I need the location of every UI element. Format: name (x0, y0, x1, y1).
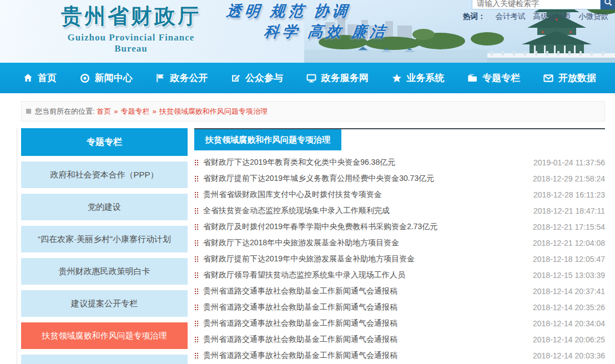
site-subtitle: Guizhou Provincial Finance Bureau (51, 32, 211, 54)
article-row: 全省扶贫资金动态监控系统现场集中录入工作顺利完成 2018-12-21 18:4… (194, 203, 605, 219)
nav-label: 政务公开 (170, 72, 208, 84)
article-row: 省财政厅提前下达2019年中央旅游发展基金补助地方项目资金 2018-12-18… (194, 251, 605, 267)
article-date: 2018-12-29 21:58:24 (533, 174, 605, 183)
breadcrumb-separator: » (152, 107, 156, 115)
nav-label: 业务系统 (407, 72, 445, 84)
nav-label: 开放数据 (558, 72, 596, 84)
article-date: 2018-12-21 17:15:54 (533, 223, 605, 231)
article-row: 省财政厅下达2018年中央旅游发展基金补助地方项目资金 2018-12-21 1… (194, 235, 605, 251)
home-icon (23, 73, 33, 83)
list-bullet-icon (195, 272, 198, 278)
article-link[interactable]: 省财政厅提前下达2019年城乡义务教育公用经费中央资金30.73亿元 (203, 174, 523, 184)
content-area: 专题专栏 政府和社会资本合作（PPP） 党的建设 “四在农家·美丽乡村”小康寨行… (21, 128, 605, 364)
article-link[interactable]: 全省扶贫资金动态监控系统现场集中录入工作顺利完成 (203, 206, 523, 216)
hotword-link-senior-accountant[interactable]: 高级会计师 (533, 12, 571, 21)
nav-item-home[interactable]: 首页 (23, 72, 57, 84)
breadcrumb-link-current[interactable]: 扶贫领域腐败和作风问题专项治理 (159, 107, 268, 117)
main-nav: 首页 新闻中心 政务公开 公众参与 政务服务网 业务系统 专题专栏 开放数据 (0, 63, 615, 93)
article-date: 2018-12-15 13:03:39 (533, 271, 605, 280)
sidebar: 专题专栏 政府和社会资本合作（PPP） 党的建设 “四在农家·美丽乡村”小康寨行… (21, 128, 188, 364)
article-link[interactable]: 省财政厅及时拨付2019年春季学期中央免费教科书采购资金2.73亿元 (203, 222, 523, 232)
search-input[interactable] (472, 0, 601, 9)
breadcrumb-separator: » (114, 107, 118, 115)
star-icon (392, 73, 402, 83)
article-date: 2018-12-21 12:04:08 (533, 239, 605, 247)
list-bullet-icon (195, 305, 198, 310)
news-icon (80, 73, 90, 83)
site-banner: 贵州省财政厅 Guizhou Provincial Finance Bureau… (0, 0, 615, 63)
article-link[interactable]: 省财政厅下达2018年中央旅游发展基金补助地方项目资金 (203, 238, 523, 248)
article-list: 省财政厅下达2019年教育类和文化类中央资金96.38亿元 2019-01-24… (194, 154, 605, 363)
article-date: 2018-12-28 16:11:23 (533, 190, 605, 199)
hotword-link-micro-loans[interactable]: 小微贷款 (578, 12, 608, 21)
list-bullet-icon (195, 240, 198, 246)
article-link[interactable]: 省财政厅领导看望扶贫动态监控系统集中录入现场工作人员 (203, 270, 523, 280)
sidebar-item-partial[interactable] (21, 355, 188, 364)
sidebar-item-beautiful-village[interactable]: “四在农家·美丽乡村”小康寨行动计划 (21, 226, 188, 252)
breadcrumb-prefix: 您当前所在的位置: (35, 107, 95, 117)
article-date: 2018-12-14 20:06:25 (533, 335, 605, 344)
sidebar-item-ppp[interactable]: 政府和社会资本合作（PPP） (21, 161, 188, 188)
article-row: 贵州省道路交通事故社会救助基金工作新闻通气会通报稿 2018-12-14 20:… (194, 299, 605, 315)
breadcrumb-link-home[interactable]: 首页 (97, 107, 111, 117)
monitor-icon (306, 73, 316, 83)
sidebar-item-proposals[interactable]: 建议提案公开专栏 (21, 290, 188, 317)
article-link[interactable]: 贵州省道路交通事故社会救助基金工作新闻通气会通报稿 (203, 335, 523, 345)
article-row: 贵州省道路交通事故社会救助基金工作新闻通气会通报稿 2018-12-14 20:… (194, 283, 605, 299)
nav-label: 公众参与 (245, 72, 283, 84)
list-bullet-icon (195, 256, 198, 262)
article-row: 省财政厅领导看望扶贫动态监控系统集中录入现场工作人员 2018-12-15 13… (194, 267, 605, 283)
article-link[interactable]: 贵州省道路交通事故社会救助基金工作新闻通气会通报稿 (203, 351, 523, 361)
list-bullet-icon (195, 160, 198, 165)
banner-slogan-1: 透明 规范 协调 (225, 1, 351, 21)
article-row: 省财政厅及时拨付2019年春季学期中央免费教科书采购资金2.73亿元 2018-… (194, 219, 605, 235)
nav-item-service-portal[interactable]: 政务服务网 (306, 72, 369, 84)
nav-item-business-systems[interactable]: 业务系统 (392, 72, 445, 84)
breadcrumb-link-special-topics[interactable]: 专题专栏 (120, 107, 149, 117)
article-link[interactable]: 贵州省省级财政国库支付中心及时拨付扶贫专项资金 (203, 190, 523, 200)
main-panel: 扶贫领域腐败和作风问题专项治理 省财政厅下达2019年教育类和文化类中央资金96… (194, 128, 605, 364)
sidebar-item-benefit-card[interactable]: 贵州财政惠民政策明白卡 (21, 258, 188, 285)
site-search (472, 0, 615, 9)
article-link[interactable]: 贵州省道路交通事故社会救助基金工作新闻通气会通报稿 (203, 302, 523, 312)
article-date: 2018-12-21 18:47:11 (533, 206, 605, 215)
search-button[interactable] (601, 0, 615, 9)
article-link[interactable]: 省财政厅下达2019年教育类和文化类中央资金96.38亿元 (203, 158, 523, 168)
site-logo[interactable]: 贵州省财政厅 Guizhou Provincial Finance Bureau (51, 2, 211, 54)
hotword-link-accounting-exam[interactable]: 会计考试 (496, 12, 526, 21)
list-bullet-icon (195, 353, 198, 358)
nav-item-open-data[interactable]: 开放数据 (543, 72, 596, 84)
nav-item-special-topics[interactable]: 专题专栏 (467, 72, 520, 84)
nav-item-news-center[interactable]: 新闻中心 (80, 72, 133, 84)
sidebar-item-party-building[interactable]: 党的建设 (21, 194, 188, 220)
sidebar-title: 专题专栏 (21, 128, 188, 156)
nav-label: 新闻中心 (95, 72, 133, 84)
article-link[interactable]: 贵州省道路交通事故社会救助基金工作新闻通气会通报稿 (203, 286, 523, 296)
article-link[interactable]: 贵州省道路交通事故社会救助基金工作新闻通气会通报稿 (203, 318, 523, 328)
page-edge-line (17, 128, 17, 364)
mail-icon (543, 73, 553, 83)
list-bullet-icon (195, 337, 198, 342)
list-bullet-icon (195, 208, 198, 214)
article-link[interactable]: 省财政厅提前下达2019年中央旅游发展基金补助地方项目资金 (203, 254, 523, 264)
article-date: 2018-12-14 20:37:41 (533, 287, 605, 296)
nav-label: 首页 (38, 72, 57, 84)
site-title: 贵州省财政厅 (51, 2, 211, 31)
article-row: 贵州省道路交通事故社会救助基金工作新闻通气会通报稿 2018-12-14 20:… (194, 331, 605, 347)
article-date: 2018-12-14 20:34:04 (533, 319, 605, 328)
nav-item-gov-affairs[interactable]: 政务公开 (155, 72, 208, 84)
article-row: 省财政厅提前下达2019年城乡义务教育公用经费中央资金30.73亿元 2018-… (194, 170, 605, 186)
list-bullet-icon (195, 321, 198, 326)
article-row: 贵州省道路交通事故社会救助基金工作新闻通气会通报稿 2018-12-14 20:… (194, 315, 605, 331)
list-bullet-icon (195, 224, 198, 230)
nav-item-public-participation[interactable]: 公众参与 (231, 72, 283, 84)
sidebar-item-poverty-alleviation[interactable]: 扶贫领域腐败和作风问题专项治理 (21, 322, 188, 349)
list-bullet-icon (195, 192, 198, 198)
nav-label: 政务服务网 (321, 72, 369, 84)
search-icon (604, 0, 612, 6)
breadcrumb-square-icon (26, 109, 31, 114)
list-bullet-icon (195, 289, 198, 294)
banner-slogan-2: 科学 高效 廉洁 (263, 22, 389, 42)
list-bullet-icon (195, 176, 198, 181)
article-row: 贵州省省级财政国库支付中心及时拨付扶贫专项资金 2018-12-28 16:11… (194, 186, 605, 203)
